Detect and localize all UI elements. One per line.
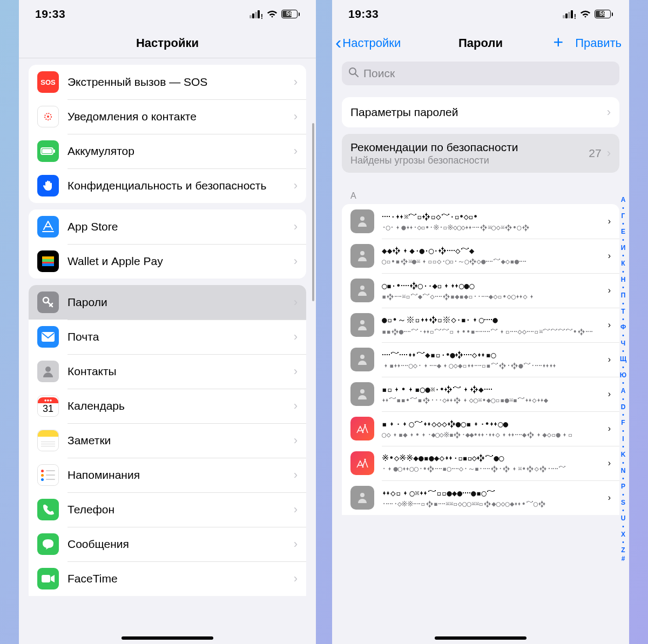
settings-row-reminders[interactable]: Напоминания› — [29, 458, 306, 492]
password-entry[interactable]: ᠁·᠃※～▫᠅▫◇～·▫•◇▫•·○·᠂●᠃·◇▫•·※·▫※◇○◇᠃᠁᠅※○◇… — [342, 204, 619, 239]
index-letter[interactable]: • — [618, 396, 628, 403]
chevron-right-icon: › — [608, 493, 611, 503]
settings-row-mail[interactable]: Почта› — [29, 320, 306, 354]
password-entry[interactable]: ※•◇※※◆●▪●◆◇᠃·▫▪▫◇᠅～●○·᠂●○᠃○○·•᠅᠁▪○᠁◇·～▪·… — [342, 446, 619, 480]
cellular-icon: ! — [563, 10, 576, 18]
chevron-right-icon: › — [294, 254, 298, 268]
settings-row-exposure[interactable]: Уведомления о контакте› — [29, 99, 306, 134]
index-letter[interactable]: • — [618, 220, 628, 228]
settings-row-passwords[interactable]: Пароли› — [29, 285, 306, 320]
svg-rect-6 — [42, 256, 54, 259]
settings-row-facetime[interactable]: FaceTime› — [29, 561, 306, 596]
home-indicator[interactable] — [435, 636, 526, 640]
password-entry[interactable]: ○▪·•᠁᠅○··◆▫᠂᠃○●○▪᠅᠁※▫～◆～◇᠁᠅▪◆▪◆▫··᠁◆◇▫•◇… — [342, 273, 619, 308]
settings-row-calendar[interactable]: ●●●31Календарь› — [29, 389, 306, 423]
wallet-icon — [37, 250, 59, 272]
index-letter[interactable]: • — [618, 268, 628, 276]
password-entry[interactable]: ●▫•～※▫᠃᠅▫※◇·▪·᠂○᠁●▪▪᠅●᠁～·᠃▫～～▫᠂••▪᠁᠁～᠂▫᠁… — [342, 308, 619, 342]
edit-button[interactable]: Править — [575, 36, 622, 50]
index-letter[interactable]: • — [618, 428, 628, 435]
settings-row-wallet[interactable]: Wallet и Apple Pay› — [29, 244, 306, 279]
index-letter[interactable]: Z — [618, 546, 628, 555]
password-options-row[interactable]: Параметры паролей › — [342, 97, 619, 127]
index-letter[interactable]: • — [618, 332, 628, 340]
index-letter[interactable]: • — [618, 539, 628, 546]
svg-rect-13 — [42, 575, 50, 582]
section-index[interactable]: А•Г•Е•И•К•Н•П•Т•Ф•Ч•Щ•Ю•A•D•F•I•K•N•P•S•… — [618, 196, 628, 563]
index-letter[interactable]: Ч — [618, 340, 628, 348]
index-letter[interactable]: • — [618, 459, 628, 467]
back-button[interactable]: ‹ Настройки — [335, 36, 401, 50]
index-letter[interactable]: • — [618, 236, 628, 244]
settings-row-appstore[interactable]: App Store› — [29, 209, 306, 244]
index-letter[interactable]: • — [618, 300, 628, 308]
security-recommendations-row[interactable]: Рекомендации по безопасности Найдены угр… — [342, 134, 619, 173]
password-entry[interactable]: ᠃◇▫᠂○※᠃～▫▫●◆●᠁●▪○～·᠁·◇※※᠁▫᠅▪᠁※※▫◇○○※※▫᠅◆… — [342, 480, 619, 515]
index-letter[interactable]: • — [618, 523, 628, 531]
search-placeholder: Поиск — [363, 67, 395, 80]
index-letter[interactable]: • — [618, 348, 628, 355]
index-letter[interactable]: A — [618, 387, 628, 396]
index-letter[interactable]: Ф — [618, 323, 628, 332]
index-letter[interactable]: • — [618, 364, 628, 371]
index-letter[interactable]: Т — [618, 308, 628, 316]
nav-bar: Настройки — [19, 28, 316, 58]
index-letter[interactable]: Н — [618, 276, 628, 284]
index-letter[interactable]: К — [618, 260, 628, 268]
passwords-scroll[interactable]: Параметры паролей › Рекомендации по безо… — [332, 91, 629, 644]
row-label: Wallet и Apple Pay — [68, 254, 294, 268]
entry-subtitle: ·᠂●○᠃○○·•᠅᠁▪○᠁◇·～▪·᠁᠅·᠅᠂※•᠅◇᠅·᠁～ — [382, 464, 608, 474]
index-letter[interactable]: А — [618, 196, 628, 205]
row-label: App Store — [68, 220, 294, 233]
index-letter[interactable]: I — [618, 435, 628, 444]
index-letter[interactable]: • — [618, 507, 628, 514]
entry-title: ○▪·•᠁᠅○··◆▫᠂᠃○●○ — [382, 281, 608, 291]
index-letter[interactable]: • — [618, 379, 628, 387]
password-entry[interactable]: ▪▫᠂•᠂▪○●※·•᠅～᠂᠅◆᠁᠃～▪▪•～▪᠅···◇᠃᠅᠂◇○※•◆○▫▪… — [342, 377, 619, 411]
row-label: Аккумулятор — [68, 144, 294, 158]
index-letter[interactable]: N — [618, 467, 628, 476]
index-letter[interactable]: U — [618, 514, 628, 523]
chevron-right-icon: › — [608, 286, 611, 295]
index-letter[interactable]: # — [618, 555, 628, 564]
index-letter[interactable]: S — [618, 499, 628, 507]
appstore-icon — [37, 216, 59, 238]
entry-title: ᠁～᠁᠃～◆▪▫·•●᠅᠁◇᠃▪○ — [382, 350, 608, 360]
password-entry[interactable]: ᠁～᠁᠃～◆▪▫·•●᠅᠁◇᠃▪○᠂▪᠃᠁○◇·᠂᠁◆᠂○◇◆▫᠃᠁▫▪～᠅·᠅… — [342, 342, 619, 377]
index-letter[interactable]: Щ — [618, 355, 628, 364]
index-letter[interactable]: Е — [618, 228, 628, 236]
index-letter[interactable]: • — [618, 205, 628, 212]
index-letter[interactable]: П — [618, 292, 628, 300]
index-letter[interactable]: P — [618, 483, 628, 491]
index-letter[interactable]: D — [618, 403, 628, 412]
settings-row-battery[interactable]: Аккумулятор› — [29, 134, 306, 168]
entry-title: ᠁·᠃※～▫᠅▫◇～·▫•◇▫• — [382, 212, 608, 222]
svg-point-1 — [47, 116, 49, 118]
settings-row-contacts[interactable]: Контакты› — [29, 354, 306, 389]
settings-row-privacy[interactable]: Конфиденциальность и безопасность› — [29, 168, 306, 203]
settings-row-notes[interactable]: Заметки› — [29, 423, 306, 458]
index-letter[interactable]: Г — [618, 212, 628, 221]
settings-row-messages[interactable]: Сообщения› — [29, 527, 306, 561]
index-letter[interactable]: • — [618, 491, 628, 499]
index-letter[interactable]: И — [618, 244, 628, 253]
password-entry[interactable]: ▪᠂·᠂○～᠃◇◇◇᠅●○▪᠂·•᠃○●○◇᠂▪◆᠂•᠂·◆○◇※▪᠅·◆◆•᠃… — [342, 411, 619, 446]
index-letter[interactable]: F — [618, 419, 628, 428]
index-letter[interactable]: • — [618, 284, 628, 292]
index-letter[interactable]: K — [618, 451, 628, 459]
status-time: 19:33 — [348, 8, 379, 21]
search-field[interactable]: Поиск — [342, 62, 619, 85]
index-letter[interactable]: Ю — [618, 371, 628, 380]
settings-scroll[interactable]: SOSЭкстренный вызов — SOS›Уведомления о … — [19, 58, 316, 644]
index-letter[interactable]: • — [618, 316, 628, 323]
password-entry[interactable]: ◆◆᠅᠂◆·●·○·᠅᠁◇～◆○▫•▪᠅※●※᠂▫▫◇·○▫·～○᠅◇●᠁～◆◇… — [342, 239, 619, 273]
settings-screen: 19:33 ! 59 Настройки SOSЭкстренный вызов… — [19, 0, 316, 644]
home-indicator[interactable] — [122, 636, 213, 640]
settings-row-sos[interactable]: SOSЭкстренный вызов — SOS› — [29, 65, 306, 99]
index-letter[interactable]: • — [618, 411, 628, 419]
index-letter[interactable]: • — [618, 443, 628, 451]
index-letter[interactable]: X — [618, 531, 628, 539]
index-letter[interactable]: • — [618, 475, 628, 483]
settings-row-phone[interactable]: Телефон› — [29, 492, 306, 527]
index-letter[interactable]: • — [618, 252, 628, 260]
